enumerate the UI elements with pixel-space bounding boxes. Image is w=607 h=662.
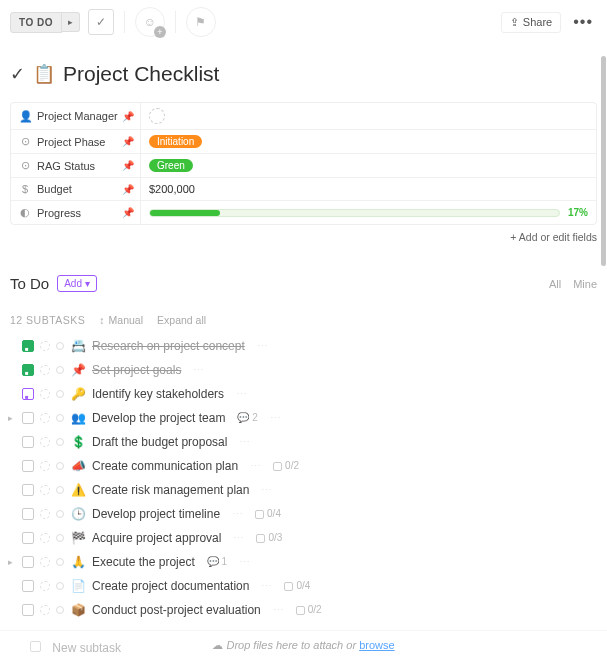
- task-checkbox[interactable]: [22, 436, 34, 448]
- priority-placeholder[interactable]: [56, 438, 64, 446]
- task-row[interactable]: 📄Create project documentation⋯0/4: [6, 574, 601, 598]
- priority-button[interactable]: ⚑: [186, 7, 216, 37]
- task-row[interactable]: 📌Set project goals⋯: [6, 358, 601, 382]
- priority-placeholder[interactable]: [56, 558, 64, 566]
- filter-all[interactable]: All: [549, 278, 561, 290]
- task-row[interactable]: 💲Draft the budget proposal⋯: [6, 430, 601, 454]
- task-title[interactable]: Acquire project approval: [92, 529, 221, 547]
- task-title[interactable]: Identify key stakeholders: [92, 385, 224, 403]
- task-checkbox[interactable]: [22, 388, 34, 400]
- hover-menu-icon[interactable]: ⋯: [232, 505, 243, 523]
- assignee-placeholder[interactable]: [40, 533, 50, 543]
- task-title[interactable]: Research on project concept: [92, 337, 245, 355]
- pin-icon[interactable]: 📌: [122, 184, 134, 195]
- task-checkbox[interactable]: [22, 460, 34, 472]
- hover-menu-icon[interactable]: ⋯: [261, 481, 272, 499]
- page-title[interactable]: Project Checklist: [63, 62, 219, 86]
- field-value[interactable]: Green: [141, 154, 596, 177]
- task-row[interactable]: ⚠️Create risk management plan⋯: [6, 478, 601, 502]
- assignee-placeholder[interactable]: [40, 485, 50, 495]
- pin-icon[interactable]: 📌: [122, 160, 134, 171]
- checklist-count[interactable]: 0/2: [296, 601, 322, 619]
- hover-menu-icon[interactable]: ⋯: [257, 337, 268, 355]
- task-checkbox[interactable]: [22, 556, 34, 568]
- assignee-placeholder[interactable]: [40, 605, 50, 615]
- hover-menu-icon[interactable]: ⋯: [239, 433, 250, 451]
- priority-placeholder[interactable]: [56, 486, 64, 494]
- task-checkbox[interactable]: [22, 340, 34, 352]
- assignee-button[interactable]: ☺ +: [135, 7, 165, 37]
- priority-placeholder[interactable]: [56, 510, 64, 518]
- scrollbar[interactable]: [601, 56, 606, 266]
- task-checkbox[interactable]: [22, 484, 34, 496]
- add-subtask-button[interactable]: Add ▾: [57, 275, 97, 292]
- task-title[interactable]: Create project documentation: [92, 577, 249, 595]
- assignee-placeholder[interactable]: [40, 461, 50, 471]
- task-checkbox[interactable]: [22, 412, 34, 424]
- priority-placeholder[interactable]: [56, 582, 64, 590]
- attachment-dropzone[interactable]: ☁ Drop files here to attach or browse: [10, 633, 597, 658]
- browse-link[interactable]: browse: [359, 639, 394, 651]
- assignee-placeholder[interactable]: [40, 365, 50, 375]
- expand-all-button[interactable]: Expand all: [157, 314, 206, 326]
- task-checkbox[interactable]: [22, 364, 34, 376]
- hover-menu-icon[interactable]: ⋯: [273, 601, 284, 619]
- checklist-count[interactable]: 0/4: [255, 505, 281, 523]
- task-row[interactable]: ▸👥Develop the project team💬 2⋯: [6, 406, 601, 430]
- checklist-count[interactable]: 0/2: [273, 457, 299, 475]
- pin-icon[interactable]: 📌: [122, 136, 134, 147]
- task-row[interactable]: 🕒Develop project timeline⋯0/4: [6, 502, 601, 526]
- assignee-placeholder[interactable]: [40, 509, 50, 519]
- checklist-count[interactable]: 0/3: [256, 529, 282, 547]
- task-title[interactable]: Create risk management plan: [92, 481, 249, 499]
- priority-placeholder[interactable]: [56, 414, 64, 422]
- task-row[interactable]: 📣Create communication plan⋯0/2: [6, 454, 601, 478]
- pin-icon[interactable]: 📌: [122, 207, 134, 218]
- add-edit-fields-link[interactable]: + Add or edit fields: [0, 225, 607, 249]
- pin-icon[interactable]: 📌: [122, 111, 134, 122]
- priority-placeholder[interactable]: [56, 342, 64, 350]
- expand-twisty[interactable]: ▸: [8, 553, 16, 571]
- assignee-placeholder[interactable]: [40, 437, 50, 447]
- more-menu-button[interactable]: •••: [569, 13, 597, 31]
- assignee-placeholder[interactable]: [40, 341, 50, 351]
- tag-badge[interactable]: Initiation: [149, 135, 202, 148]
- hover-menu-icon[interactable]: ⋯: [193, 361, 204, 379]
- hover-menu-icon[interactable]: ⋯: [261, 577, 272, 595]
- priority-placeholder[interactable]: [56, 366, 64, 374]
- priority-placeholder[interactable]: [56, 462, 64, 470]
- task-title[interactable]: Draft the budget proposal: [92, 433, 227, 451]
- complete-button[interactable]: ✓: [88, 9, 114, 35]
- task-row[interactable]: 📦Conduct post-project evaluation⋯0/2: [6, 598, 601, 622]
- avatar-placeholder[interactable]: [149, 108, 165, 124]
- task-title[interactable]: Create communication plan: [92, 457, 238, 475]
- checklist-count[interactable]: 0/4: [284, 577, 310, 595]
- task-checkbox[interactable]: [22, 532, 34, 544]
- status-dropdown-caret[interactable]: ▸: [62, 12, 80, 32]
- tag-badge[interactable]: Green: [149, 159, 193, 172]
- comment-count[interactable]: 💬 1: [207, 553, 227, 571]
- task-title[interactable]: Execute the project: [92, 553, 195, 571]
- task-row[interactable]: 🏁Acquire project approval⋯0/3: [6, 526, 601, 550]
- comment-count[interactable]: 💬 2: [237, 409, 257, 427]
- sort-button[interactable]: ↕ Manual: [99, 314, 143, 326]
- task-checkbox[interactable]: [22, 604, 34, 616]
- status-button[interactable]: TO DO: [10, 12, 62, 33]
- field-value[interactable]: $200,000: [141, 178, 596, 200]
- priority-placeholder[interactable]: [56, 534, 64, 542]
- hover-menu-icon[interactable]: ⋯: [233, 529, 244, 547]
- assignee-placeholder[interactable]: [40, 413, 50, 423]
- expand-twisty[interactable]: ▸: [8, 409, 16, 427]
- hover-menu-icon[interactable]: ⋯: [250, 457, 261, 475]
- assignee-placeholder[interactable]: [40, 557, 50, 567]
- share-button[interactable]: ⇪ Share: [501, 12, 561, 33]
- assignee-placeholder[interactable]: [40, 389, 50, 399]
- progress-bar[interactable]: [149, 209, 560, 217]
- field-value[interactable]: 17%: [141, 201, 596, 224]
- field-value[interactable]: [141, 103, 596, 129]
- task-title[interactable]: Set project goals: [92, 361, 181, 379]
- filter-mine[interactable]: Mine: [573, 278, 597, 290]
- task-row[interactable]: 📇Research on project concept⋯: [6, 334, 601, 358]
- field-value[interactable]: Initiation: [141, 130, 596, 153]
- task-title[interactable]: Develop project timeline: [92, 505, 220, 523]
